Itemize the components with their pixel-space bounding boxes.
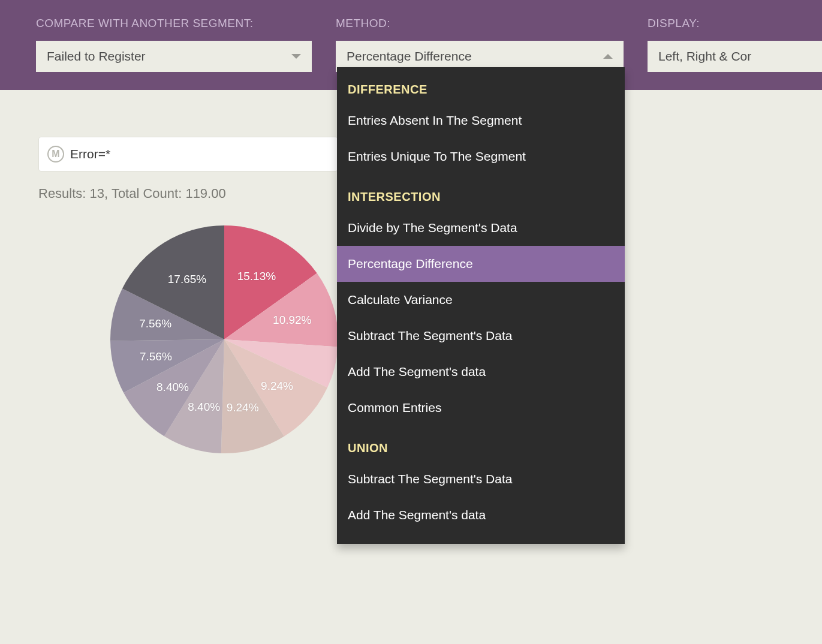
dropdown-item[interactable]: Subtract The Segment's Data — [337, 461, 625, 497]
dropdown-item[interactable]: Add The Segment's data — [337, 497, 625, 533]
dropdown-group-header: INTERSECTION — [337, 174, 625, 210]
dropdown-item[interactable]: Calculate Variance — [337, 282, 625, 318]
chevron-up-icon — [603, 54, 613, 59]
dropdown-group-header: DIFFERENCE — [337, 67, 625, 103]
method-dropdown-panel: DIFFERENCEEntries Absent In The SegmentE… — [337, 67, 625, 544]
compare-label: COMPARE WITH ANOTHER SEGMENT: — [36, 17, 312, 30]
compare-group: COMPARE WITH ANOTHER SEGMENT: Failed to … — [36, 17, 312, 90]
filter-chip-text: Error=* — [70, 147, 110, 161]
dropdown-item[interactable]: Add The Segment's data — [337, 354, 625, 390]
dropdown-item[interactable]: Percentage Difference — [337, 246, 625, 282]
dropdown-group-header: UNION — [337, 426, 625, 461]
dropdown-item[interactable]: Entries Unique To The Segment — [337, 139, 625, 174]
chevron-down-icon — [291, 54, 301, 59]
display-group: DISPLAY: Left, Right & Cor — [648, 17, 822, 90]
dropdown-item[interactable]: Common Entries — [337, 390, 625, 426]
compare-select[interactable]: Failed to Register — [36, 41, 312, 72]
compare-select-value: Failed to Register — [47, 49, 146, 64]
dropdown-item[interactable]: Divide by The Segment's Data — [337, 210, 625, 246]
metric-badge-icon: M — [47, 146, 64, 162]
display-select-value: Left, Right & Cor — [658, 49, 751, 64]
filter-chip-bar[interactable]: M Error=* — [38, 137, 338, 171]
dropdown-item[interactable]: Entries Absent In The Segment — [337, 103, 625, 139]
method-select-value: Percentage Difference — [347, 49, 472, 64]
display-label: DISPLAY: — [648, 17, 822, 30]
dropdown-item[interactable]: Subtract The Segment's Data — [337, 318, 625, 354]
display-select[interactable]: Left, Right & Cor — [648, 41, 822, 72]
method-label: METHOD: — [336, 17, 624, 30]
pie-chart: 15.13%10.92%9.24%9.24%8.40%8.40%7.56%7.5… — [110, 225, 338, 453]
